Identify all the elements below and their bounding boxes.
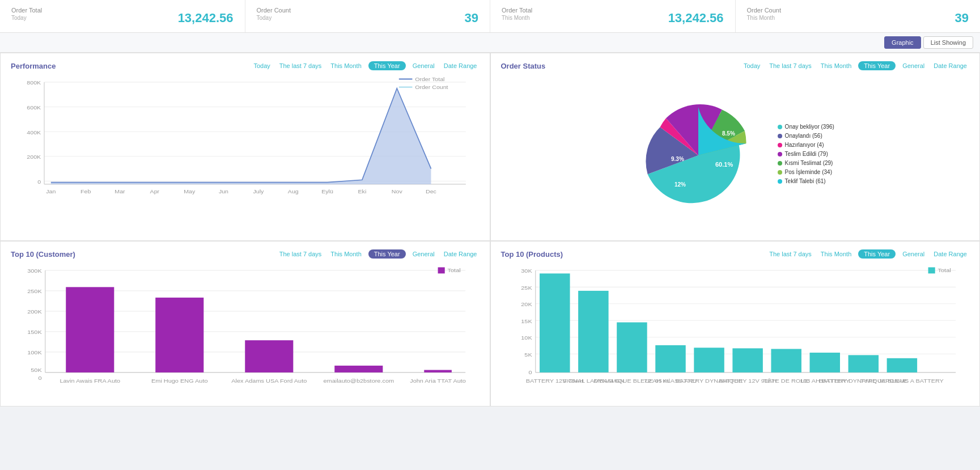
tc-filter-daterange[interactable]: Date Range [442,249,480,259]
svg-rect-80 [694,348,724,372]
pie-dot-5 [778,161,782,166]
svg-rect-82 [771,349,801,372]
svg-text:100K: 100K [27,350,42,355]
svg-text:300K: 300K [27,268,42,274]
svg-text:Emi Hugo ENG Auto: Emi Hugo ENG Auto [151,378,208,384]
perf-filter-7days[interactable]: The last 7 days [277,61,324,70]
svg-text:25K: 25K [521,285,532,290]
svg-rect-51 [334,366,383,372]
tc-filter-year[interactable]: This Year [368,249,406,259]
svg-text:9.3%: 9.3% [671,156,684,162]
os-filter-today[interactable]: Today [741,61,762,70]
pie-dot-6 [778,170,782,175]
pie-legend-item-7: Teklif Talebi (61) [778,178,834,184]
os-filter-year[interactable]: This Year [858,61,896,70]
list-showing-button[interactable]: List Showing [923,36,973,49]
stat-value-1: 13,242.56 [178,11,234,26]
tp-filter-month[interactable]: This Month [818,249,854,259]
performance-filter-tabs: Today The last 7 days This Month This Ye… [251,61,479,70]
pie-label-4: Teslim Edildi (79) [785,151,828,157]
perf-filter-year[interactable]: This Year [368,61,406,70]
svg-text:8.5%: 8.5% [722,130,735,137]
svg-rect-49 [155,298,203,372]
tp-filter-general[interactable]: General [900,249,927,259]
stat-card-1: Order Total Today 13,242.56 [0,0,245,32]
tc-filter-month[interactable]: This Month [328,249,363,259]
svg-text:Lavin Awais FRA Auto: Lavin Awais FRA Auto [60,378,120,384]
os-filter-daterange[interactable]: Date Range [931,61,969,70]
svg-text:Total: Total [937,268,951,273]
performance-chart: 800K 600K 400K 200K 0 Jan Feb Mar Apr Ma… [11,76,480,212]
tc-filter-general[interactable]: General [410,249,437,259]
perf-filter-daterange[interactable]: Date Range [442,61,480,70]
svg-text:0: 0 [39,375,42,380]
svg-text:Eki: Eki [358,189,366,195]
view-toolbar: Graphic List Showing [0,33,980,53]
svg-text:Mar: Mar [114,189,125,195]
pie-label-1: Onay bekliyor (396) [785,124,834,130]
os-filter-general[interactable]: General [900,61,927,70]
order-status-filter-tabs: Today The last 7 days This Month This Ye… [741,61,969,70]
stat-card-4: Order Count This Month 39 [736,0,981,32]
svg-text:600K: 600K [27,104,41,111]
pie-label-3: Hazırlanıyor (4) [785,142,824,148]
tc-filter-7days[interactable]: The last 7 days [277,249,324,259]
svg-text:Jan: Jan [46,189,56,195]
svg-text:15K: 15K [521,318,532,324]
graphic-button[interactable]: Graphic [884,36,921,49]
svg-rect-52 [424,370,452,372]
svg-text:0: 0 [528,370,532,375]
svg-marker-12 [51,88,431,184]
os-filter-month[interactable]: This Month [818,61,854,70]
svg-text:150K: 150K [27,329,42,335]
tp-filter-year[interactable]: This Year [858,249,896,259]
pie-label-6: Pos İşleminde (34) [785,169,832,175]
dashboard-grid: Performance Today The last 7 days This M… [0,53,980,407]
svg-text:800K: 800K [27,80,41,86]
pie-dot-7 [778,179,782,184]
top-customer-filter-tabs: The last 7 days This Month This Year Gen… [277,249,480,259]
pie-legend-item-2: Onaylandı (56) [778,133,834,139]
pie-dot-2 [778,134,782,138]
svg-rect-81 [732,348,762,372]
svg-text:Order Count: Order Count [415,84,448,90]
svg-text:TYPE JAPONAIS A BATTERY: TYPE JAPONAIS A BATTERY [860,378,943,384]
svg-rect-85 [886,358,917,372]
svg-text:0: 0 [37,179,41,185]
svg-text:200K: 200K [27,309,42,315]
perf-filter-general[interactable]: General [410,61,437,70]
svg-text:Apr: Apr [150,189,160,195]
svg-rect-96 [928,267,935,273]
pie-label-7: Teklif Talebi (61) [785,178,826,184]
perf-filter-month[interactable]: This Month [328,61,363,70]
tp-filter-daterange[interactable]: Date Range [931,249,969,259]
svg-text:emailauto@b2bstore.com: emailauto@b2bstore.com [323,378,394,384]
stat-value-2: 39 [465,11,478,26]
svg-text:Feb: Feb [80,189,91,195]
svg-rect-79 [655,345,685,372]
pie-legend-item-1: Onay bekliyor (396) [778,124,834,130]
stat-title-2: Order Count [257,7,479,14]
pie-chart-container: 60.1% 12% 9.3% 8.5% Onay bekliyor (396) … [501,76,970,235]
pie-legend: Onay bekliyor (396) Onaylandı (56) Hazır… [778,124,834,187]
stat-value-4: 39 [955,11,969,26]
svg-text:10K: 10K [521,335,532,341]
os-filter-7days[interactable]: The last 7 days [767,61,814,70]
stat-title-4: Order Count [747,7,969,14]
svg-rect-48 [66,287,114,372]
svg-text:60.1%: 60.1% [715,161,733,168]
svg-text:John Aria TTAT Auto: John Aria TTAT Auto [410,378,466,384]
pie-chart-svg: 60.1% 12% 9.3% 8.5% [636,93,761,218]
pie-legend-item-5: Kısmi Teslimat (29) [778,160,834,166]
pie-dot-3 [778,143,782,147]
top-products-filter-tabs: The last 7 days This Month This Year Gen… [767,249,969,259]
tp-filter-7days[interactable]: The last 7 days [767,249,814,259]
svg-text:Alex Adams USA Ford Auto: Alex Adams USA Ford Auto [231,378,307,384]
perf-filter-today[interactable]: Today [251,61,272,70]
svg-text:Nov: Nov [392,189,403,195]
top-products-header: Top 10 (Products) The last 7 days This M… [501,249,970,259]
top-customer-header: Top 10 (Customer) The last 7 days This M… [11,249,480,259]
svg-text:July: July [253,189,264,195]
svg-rect-58 [438,267,445,273]
stat-card-2: Order Count Today 39 [245,0,491,32]
